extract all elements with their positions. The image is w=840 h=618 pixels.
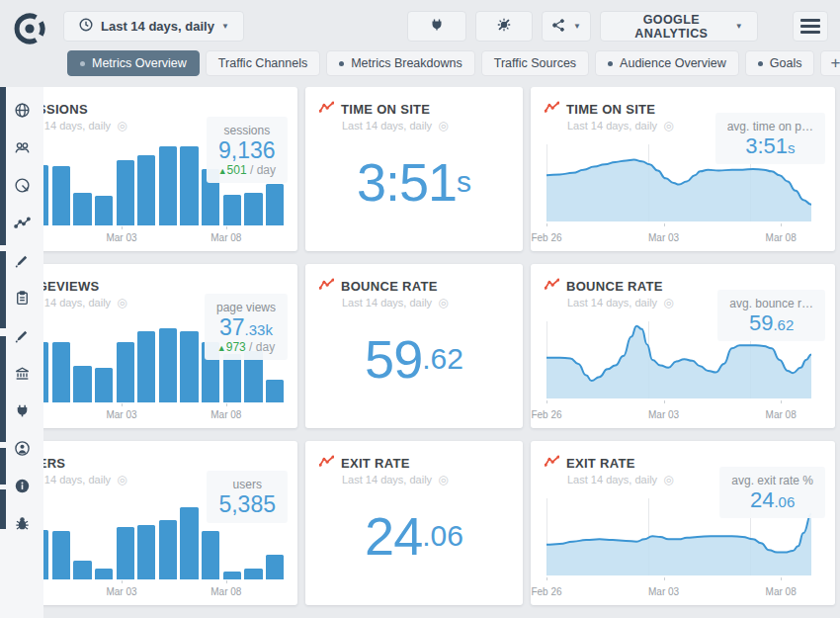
widget-subtitle: Last 14 days, daily◎ xyxy=(342,473,449,486)
sidebar-item-plug-icon[interactable] xyxy=(0,392,43,429)
widget-subtitle-text: Last 14 days, daily xyxy=(567,297,657,309)
sidebar-item-marker-pen-icon-2[interactable] xyxy=(0,316,43,354)
bar[interactable] xyxy=(117,527,134,579)
integrations-button[interactable] xyxy=(407,11,466,42)
bar[interactable] xyxy=(180,146,198,225)
widget-info-icon[interactable]: ◎ xyxy=(117,119,126,132)
share-dropdown[interactable]: ▼ xyxy=(542,11,591,42)
bar[interactable] xyxy=(180,507,198,579)
axis-tick xyxy=(226,226,227,229)
bar[interactable] xyxy=(95,368,113,402)
sidebar-item-users-icon[interactable] xyxy=(0,129,43,166)
bar[interactable] xyxy=(223,572,241,579)
bar[interactable] xyxy=(137,155,155,225)
bar[interactable] xyxy=(223,354,241,402)
bar[interactable] xyxy=(95,196,113,225)
badge-delta: ▲501 / day xyxy=(218,163,276,177)
badge-value: 5,385 xyxy=(218,491,276,517)
bar[interactable] xyxy=(244,569,262,579)
bar[interactable] xyxy=(117,342,134,402)
tab-metrics-breakdowns[interactable]: Metrics Breakdowns xyxy=(326,50,475,76)
sidebar-item-scatter-chart-icon[interactable] xyxy=(0,204,43,241)
sidebar-item-marker-pen-icon[interactable] xyxy=(0,241,43,279)
widget-info-icon[interactable]: ◎ xyxy=(438,296,448,309)
axis-tick xyxy=(664,577,665,580)
bar[interactable] xyxy=(202,531,219,579)
tab-audience-overview[interactable]: Audience Overview xyxy=(595,50,739,76)
auto-refresh-button[interactable] xyxy=(475,11,533,42)
bar[interactable] xyxy=(137,331,155,402)
chevron-down-icon: ▼ xyxy=(735,23,743,31)
menu-button[interactable] xyxy=(793,11,828,42)
time-range-dropdown[interactable]: Last 14 days, daily ▼ xyxy=(63,11,244,42)
widget-title: EXIT RATE xyxy=(566,456,635,471)
widget-info-icon[interactable]: ◎ xyxy=(117,296,126,309)
bar[interactable] xyxy=(73,366,91,402)
sidebar-item-bug-icon[interactable] xyxy=(0,504,43,542)
bar[interactable] xyxy=(266,555,284,579)
bar[interactable] xyxy=(73,193,91,225)
tab-traffic-channels[interactable]: Traffic Channels xyxy=(206,50,320,76)
trend-line-icon xyxy=(545,454,559,472)
bar[interactable] xyxy=(52,166,70,225)
axis-label: Feb 26 xyxy=(531,409,561,420)
axis-label: Mar 03 xyxy=(106,232,136,243)
bar[interactable] xyxy=(159,146,177,225)
app-logo-icon[interactable] xyxy=(10,9,49,52)
widget-info-icon[interactable]: ◎ xyxy=(438,473,448,486)
bar[interactable] xyxy=(52,531,70,579)
bar[interactable] xyxy=(180,331,198,402)
bar[interactable] xyxy=(159,328,177,402)
sidebar-item-bank-icon[interactable] xyxy=(0,354,43,392)
sidebar-item-globe-icon[interactable] xyxy=(0,91,43,129)
bar[interactable] xyxy=(52,342,70,402)
sidebar-item-clipboard-icon[interactable] xyxy=(0,279,43,316)
axis-label: Feb 26 xyxy=(531,586,561,597)
sidebar-item-info-icon[interactable] xyxy=(0,467,43,504)
widget-info-icon[interactable]: ◎ xyxy=(438,119,448,132)
widget-exit-rate-number: EXIT RATELast 14 days, daily◎24.06 xyxy=(305,441,523,605)
widget-subtitle: Last 14 days, daily◎ xyxy=(342,296,449,309)
badge-value: 9,136 xyxy=(218,137,276,163)
axis-tick xyxy=(226,403,227,406)
bar[interactable] xyxy=(95,569,113,579)
tab-goals[interactable]: Goals xyxy=(745,50,815,76)
hamburger-icon xyxy=(800,19,820,34)
plug-icon xyxy=(429,17,445,36)
axis-tick xyxy=(546,223,547,226)
bar[interactable] xyxy=(117,160,134,225)
axis-label: Mar 08 xyxy=(210,586,241,597)
tab-label: Metrics Breakdowns xyxy=(351,56,462,70)
tab-traffic-sources[interactable]: Traffic Sources xyxy=(481,50,589,76)
bar[interactable] xyxy=(73,561,91,579)
widget-info-icon[interactable]: ◎ xyxy=(663,119,673,132)
axis-label: Mar 03 xyxy=(648,409,679,420)
widget-info-icon[interactable]: ◎ xyxy=(663,473,673,486)
bar[interactable] xyxy=(266,380,284,402)
axis-tick xyxy=(122,580,123,583)
widget-info-icon[interactable]: ◎ xyxy=(663,296,673,309)
sidebar-item-user-circle-icon[interactable] xyxy=(0,429,43,467)
badge-label: avg. time on p… xyxy=(727,120,813,133)
axis-label: Mar 03 xyxy=(648,232,679,243)
widget-info-icon[interactable]: ◎ xyxy=(117,473,126,486)
bar[interactable] xyxy=(137,525,155,579)
account-selector-dropdown[interactable]: GOOGLE ANALYTICS ▼ xyxy=(600,11,758,42)
widget-header: EXIT RATE xyxy=(319,454,410,472)
widget-users-bar: USERSLast 14 days, daily◎Mar 03Mar 08use… xyxy=(0,441,297,605)
bar[interactable] xyxy=(266,184,284,225)
sidebar-item-globe-arrow-icon[interactable] xyxy=(0,166,43,204)
bar[interactable] xyxy=(244,193,262,225)
widget-pageviews-bar: PAGEVIEWSLast 14 days, daily◎Mar 03Mar 0… xyxy=(0,264,297,428)
trend-line-icon xyxy=(319,100,334,118)
axis-label: Mar 08 xyxy=(766,409,797,420)
bar[interactable] xyxy=(159,520,177,579)
widget-title: EXIT RATE xyxy=(341,456,410,471)
widget-title: BOUNCE RATE xyxy=(341,279,438,294)
bar[interactable] xyxy=(223,195,241,225)
tab-dot xyxy=(758,61,763,66)
add-tab-button[interactable]: + xyxy=(820,50,840,76)
axis-tick xyxy=(546,577,547,580)
widget-subtitle-text: Last 14 days, daily xyxy=(342,120,432,132)
tab-metrics-overview[interactable]: Metrics Overview xyxy=(67,50,200,76)
